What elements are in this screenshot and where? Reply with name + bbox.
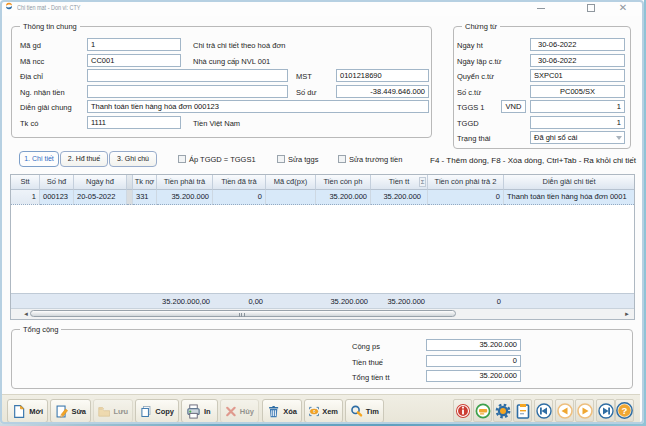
summary-empty-cell: [266, 294, 316, 308]
dien-giai-field[interactable]: Thanh toán tiền hàng hóa đơn 000123: [87, 100, 429, 113]
col-header-tien-tt[interactable]: Tiền ttΣ: [371, 175, 428, 190]
col-header-ngay-hd[interactable]: Ngày hđ: [74, 175, 127, 190]
cell-tien-con-ph[interactable]: 35.200.000: [316, 190, 371, 205]
edit-button[interactable]: Sửa: [50, 399, 91, 423]
ngay-lap-field[interactable]: 30-06-2022: [530, 54, 625, 67]
quyen-ctu-label: Quyển c.từ: [457, 72, 494, 81]
so-ctu-label: Số c.từ: [457, 88, 481, 97]
cell-ma-cd[interactable]: [266, 190, 316, 205]
note-button[interactable]: [473, 399, 492, 422]
tab-chi-tiet[interactable]: 1. Chi tiết: [19, 151, 59, 167]
delete-button[interactable]: Xóa: [262, 399, 302, 423]
first-record-icon: [536, 403, 552, 419]
tien-thue-label: Tiền thuế: [352, 358, 383, 367]
grid-data-row[interactable]: 1 000123 20-05-2022 331 35.200.000 0 35.…: [11, 190, 634, 205]
summary-empty-cell: [11, 294, 40, 308]
edit-icon: [55, 404, 68, 419]
maximize-button[interactable]: [584, 2, 598, 13]
cell-so-hd[interactable]: 000123: [40, 190, 74, 205]
next-record-button[interactable]: [575, 399, 594, 422]
cell-tien-tt[interactable]: 35.200.000: [371, 190, 428, 205]
ng-nhan-tien-field[interactable]: [87, 85, 288, 98]
summary-tien-phai-tra: 35.200.000,00: [157, 294, 213, 308]
cell-tien-da-tra[interactable]: 0: [213, 190, 266, 205]
ma-gd-label: Mã gd: [20, 41, 41, 50]
col-header-ma-cd[interactable]: Mã cđ(px): [266, 175, 316, 190]
trang-thai-dropdown[interactable]: Đã ghi sổ cái: [530, 131, 625, 144]
copy-button[interactable]: Copy: [135, 399, 179, 423]
col-header-tien-con-ph[interactable]: Tiền còn ph: [316, 175, 371, 190]
cancel-button: Hủy: [220, 399, 259, 423]
scroll-right-icon[interactable]: ►: [623, 310, 631, 318]
ngay-ht-label: Ngày ht: [457, 41, 483, 50]
minimize-icon: [537, 8, 545, 9]
new-document-icon: [12, 404, 26, 419]
find-button[interactable]: Tìm: [345, 399, 384, 423]
sua-tggs-label: Sửa tggs: [288, 155, 318, 164]
save-button: Lưu: [93, 399, 133, 423]
scroll-left-icon[interactable]: ◄: [22, 310, 30, 318]
ng-nhan-tien-label: Ng. nhận tiền: [20, 88, 65, 97]
clipboard-icon: [515, 403, 531, 419]
col-header-stt[interactable]: Stt: [11, 175, 40, 190]
sua-truong-tien-checkbox[interactable]: [338, 155, 346, 163]
tab-ghi-chu[interactable]: 3. Ghi chú: [109, 151, 157, 167]
view-button[interactable]: Xem: [304, 399, 343, 423]
minimize-button[interactable]: [534, 2, 548, 13]
report-button[interactable]: [513, 399, 532, 422]
tk-co-label: Tk có: [20, 119, 38, 128]
print-button[interactable]: In: [181, 399, 218, 423]
last-record-button[interactable]: [596, 399, 615, 422]
so-ctu-field[interactable]: PC005/SX: [530, 85, 625, 98]
cong-ps-field: 35.200.000: [426, 339, 521, 351]
dien-giai-label: Diễn giải chung: [20, 103, 72, 112]
tong-tien-tt-field: 35.200.000: [426, 370, 521, 382]
gear-icon: [495, 403, 511, 419]
mst-field[interactable]: 0101218690: [336, 69, 429, 82]
cell-tien-phai-tra[interactable]: 35.200.000: [157, 190, 213, 205]
tggs1-currency-field[interactable]: VND: [501, 100, 526, 113]
first-record-button[interactable]: [534, 399, 553, 422]
summary-empty-cell: [74, 294, 127, 308]
summary-empty-cell: [133, 294, 157, 308]
ngay-ht-field[interactable]: 30-06-2022: [530, 38, 625, 51]
ma-gd-field[interactable]: 1: [87, 38, 181, 51]
horizontal-scrollbar[interactable]: ◄ ►: [11, 309, 634, 319]
tggd-field[interactable]: 1: [530, 116, 625, 129]
bottom-toolbar: Mới Sửa Lưu Copy: [0, 394, 640, 424]
detail-grid: Stt Số hđ Ngày hđ Tk nợ Tiền phải trả Ti…: [10, 174, 635, 320]
dia-chi-field[interactable]: [87, 69, 288, 82]
col-header-tien-con-phai-tra-2[interactable]: Tiền còn phải trả 2: [428, 175, 504, 190]
scrollbar-thumb[interactable]: [30, 310, 456, 317]
quyen-ctu-field[interactable]: SXPC01: [530, 69, 625, 82]
sua-truong-tien-label: Sửa trường tiền: [349, 155, 402, 164]
col-header-tk-no[interactable]: Tk nợ: [133, 175, 157, 190]
tk-co-field[interactable]: 1111: [87, 116, 181, 129]
info-button[interactable]: [453, 399, 472, 422]
ma-ncc-field[interactable]: CC001: [87, 54, 181, 67]
help-button[interactable]: ?: [615, 399, 634, 422]
tggs1-field[interactable]: 1: [530, 100, 625, 113]
tab-hd-thue[interactable]: 2. Hđ thuế: [60, 151, 108, 167]
cell-tk-no[interactable]: 331: [133, 190, 157, 205]
trang-thai-value: Đã ghi sổ cái: [534, 133, 577, 142]
cell-dien-giai[interactable]: Thanh toán tiền hàng hóa đơn 0001: [504, 190, 634, 205]
settings-button[interactable]: [493, 399, 512, 422]
close-button[interactable]: ✕: [616, 2, 630, 13]
new-button[interactable]: Mới: [7, 399, 48, 423]
col-header-tien-phai-tra[interactable]: Tiền phải trả: [157, 175, 213, 190]
cell-ngay-hd[interactable]: 20-05-2022: [74, 190, 127, 205]
col-header-dien-giai[interactable]: Diễn giải chi tiết: [504, 175, 634, 190]
sigma-button[interactable]: Σ: [419, 177, 426, 187]
cell-stt[interactable]: 1: [11, 190, 40, 205]
sua-tggs-checkbox[interactable]: [277, 155, 285, 163]
col-header-tien-da-tra[interactable]: Tiền đã trả: [213, 175, 266, 190]
shortcut-hint: F4 - Thêm dòng, F8 - Xóa dòng, Ctrl+Tab …: [430, 156, 636, 165]
note-icon: [475, 403, 491, 419]
document-title: Chứng từ: [462, 22, 500, 31]
prev-record-button[interactable]: [555, 399, 574, 422]
cell-tien-con-phai-tra-2[interactable]: 0: [428, 190, 504, 205]
col-header-so-hd[interactable]: Số hđ: [40, 175, 74, 190]
chevron-down-icon: [616, 136, 622, 140]
ap-tggd-checkbox[interactable]: [178, 155, 186, 163]
